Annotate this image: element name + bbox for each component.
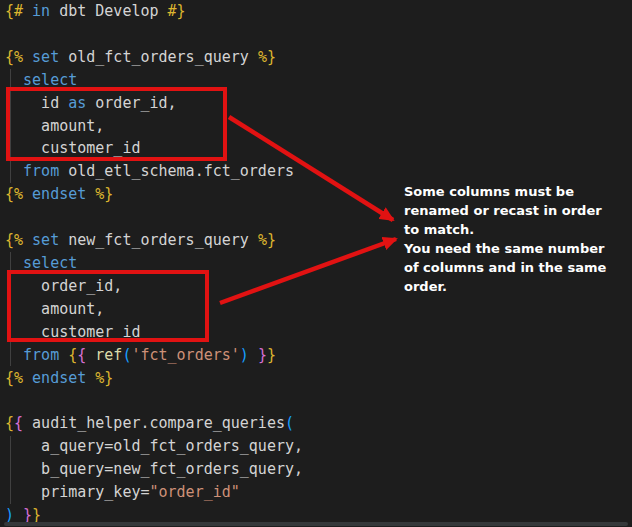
code-line: primary_key="order_id" xyxy=(5,481,303,504)
annotation-note: Some columns must be renamed or recast i… xyxy=(404,182,632,296)
code-editor[interactable]: {# in dbt Develop #}{% set old_fct_order… xyxy=(0,0,632,527)
code-line: a_query=old_fct_orders_query, xyxy=(5,435,303,458)
code-line xyxy=(5,206,303,229)
highlight-box-new-columns xyxy=(7,270,209,342)
code-line: from {{ ref('fct_orders') }} xyxy=(5,344,303,367)
code-line: from old_etl_schema.fct_orders xyxy=(5,160,303,183)
code-line: {{ audit_helper.compare_queries( xyxy=(5,412,303,435)
code-line: {% set new_fct_orders_query %} xyxy=(5,229,303,252)
code-line xyxy=(5,389,303,412)
code-line: {% endset %} xyxy=(5,183,303,206)
code-line: {# in dbt Develop #} xyxy=(5,0,303,23)
code-line: {% set old_fct_orders_query %} xyxy=(5,46,303,69)
code-line: {% endset %} xyxy=(5,367,303,390)
code-area: {# in dbt Develop #}{% set old_fct_order… xyxy=(5,0,303,527)
horizontal-scrollbar[interactable] xyxy=(4,522,628,526)
highlight-box-old-columns xyxy=(6,87,227,161)
code-line: b_query=new_fct_orders_query, xyxy=(5,458,303,481)
code-line xyxy=(5,23,303,46)
